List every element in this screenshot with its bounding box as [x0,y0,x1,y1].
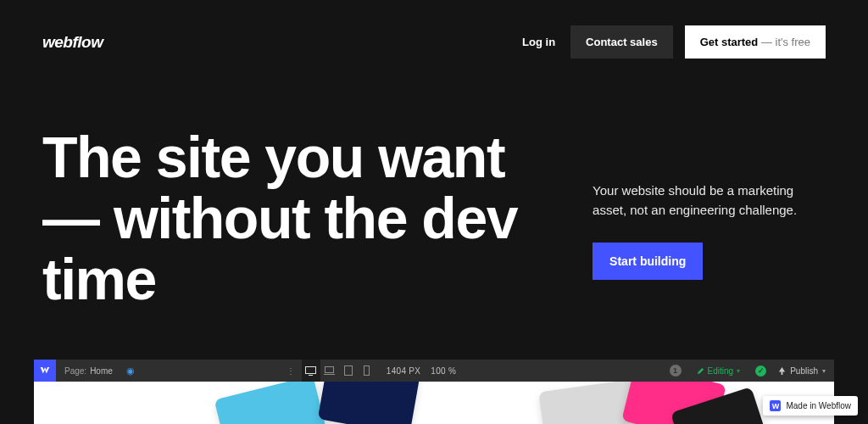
svg-rect-0 [306,366,316,373]
made-in-webflow-label: Made in Webflow [786,401,851,410]
editing-label: Editing [708,366,734,376]
preview-card [214,382,329,424]
device-desktop-icon[interactable] [302,360,320,382]
editing-mode-toggle[interactable]: Editing ▾ [690,366,748,376]
start-building-button[interactable]: Start building [593,243,703,280]
get-started-suffix: — it's free [758,36,810,48]
webflow-app-icon[interactable] [34,360,56,382]
publish-button[interactable]: Publish ▾ [775,366,834,376]
get-started-button[interactable]: Get started — it's free [685,25,826,59]
canvas-zoom[interactable]: 100 % [431,366,466,376]
svg-rect-2 [326,367,334,373]
chevron-down-icon: ▾ [737,367,740,375]
device-switcher [302,360,376,382]
more-icon[interactable]: ⋮ [280,366,302,376]
page-name: Home [90,366,113,376]
header-nav: Log in Contact sales Get started — it's … [519,25,826,59]
designer-preview: Page: Home ◉ ⋮ 1404 PX 100 % 1 Editing [34,360,834,424]
designer-canvas: ↙ [34,382,834,424]
device-laptop-icon[interactable] [320,360,339,382]
made-in-webflow-badge[interactable]: W Made in Webflow [763,396,858,416]
svg-rect-4 [344,366,352,376]
login-link[interactable]: Log in [519,27,559,57]
chevron-down-icon: ▾ [822,367,826,375]
webflow-mark-icon: W [770,400,781,411]
canvas-width[interactable]: 1404 PX [376,366,431,376]
page-selector[interactable]: Page: Home [56,366,121,376]
status-ok-icon[interactable]: ✓ [755,365,766,377]
hero-title: The site you want — without the dev time [42,126,542,310]
preview-eye-icon[interactable]: ◉ [126,365,135,377]
device-tablet-icon[interactable] [339,360,358,382]
get-started-label: Get started [700,36,759,48]
publish-label: Publish [790,366,818,376]
page-label: Page: [64,366,86,376]
device-mobile-icon[interactable] [358,360,376,382]
contact-sales-button[interactable]: Contact sales [570,25,673,59]
notification-badge[interactable]: 1 [670,365,682,377]
designer-topbar: Page: Home ◉ ⋮ 1404 PX 100 % 1 Editing [34,360,834,382]
brand-logo[interactable]: webflow [42,33,103,52]
hero-subtitle: Your website should be a marketing asset… [593,181,826,220]
svg-rect-5 [364,366,370,376]
